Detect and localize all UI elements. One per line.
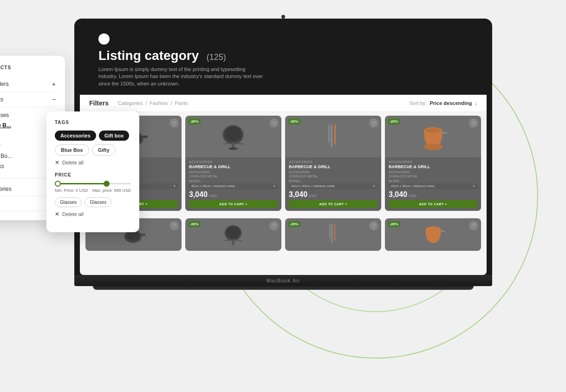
add-to-cart-4[interactable]: ADD TO CART »: [389, 200, 477, 208]
tags-panel: TAGS Accessories Gift box Blue Box Gifty…: [46, 111, 139, 232]
name-3: BARBECUE & GRILL: [289, 164, 377, 170]
name-4: BARBECUE & GRILL: [389, 164, 477, 170]
product-info-4: ACCESORIES BARBECUE & GRILL ACESSORIES S…: [385, 157, 481, 211]
price-4: 3,040 USD: [389, 190, 477, 199]
price-value-4: 3,040: [389, 190, 407, 199]
add-to-cart-3[interactable]: ADD TO CART »: [289, 200, 377, 208]
currency-2: USD: [209, 194, 217, 198]
tag-gifty[interactable]: Gifty: [92, 144, 116, 156]
model-value-2: 40cm x 60cm / stainless metal: [191, 184, 235, 188]
svg-rect-29: [334, 224, 335, 241]
svg-point-4: [225, 126, 241, 141]
glasses-chips-row: Glasses Glasses: [55, 197, 131, 207]
svg-rect-24: [232, 240, 234, 245]
breadcrumb-pants: Pants: [175, 100, 188, 106]
filters-bar: Filters Categories / Fashion / Pants: [80, 95, 487, 112]
product-count: (125): [207, 52, 226, 62]
breadcrumb-categories: Categories: [118, 100, 143, 106]
glasses-delete-icon: ✕: [55, 211, 59, 217]
laptop-screen: Listing category (125) Lorem Ipsum is si…: [80, 24, 487, 275]
product-card-2: -20% ♡: [185, 116, 281, 211]
price-thumb-left[interactable]: [55, 181, 61, 187]
price-slider-fill: [55, 183, 108, 184]
product-info-3: ACCESORIES BARBECUE & GRILL ACESSORIES S…: [285, 157, 381, 211]
glasses-delete-all[interactable]: ✕ Delete all: [55, 211, 131, 217]
category-3: ACCESORIES: [289, 160, 377, 163]
svg-rect-27: [331, 224, 332, 243]
pot-svg-2: [422, 222, 445, 247]
sort-icon[interactable]: ↓: [475, 100, 478, 106]
svg-point-18: [426, 128, 441, 133]
logo-icon: [98, 33, 110, 45]
tags-row-outlined: Blue Box Gifty: [55, 144, 131, 156]
filters-title: Filters: [89, 99, 109, 107]
product-card-4: -20% ♡: [385, 116, 481, 211]
laptop-foot: [93, 286, 474, 290]
model-value-4: 40cm x 60cm / stainless metal: [391, 184, 435, 188]
badge-3: -20%: [288, 118, 300, 124]
model-label-2: MODEL:: [189, 179, 278, 183]
badge-2: -20%: [188, 118, 201, 124]
screen-main: Filters Categories / Fashion / Pants: [80, 95, 487, 275]
sort-label: Sort by:: [410, 100, 427, 106]
model-select-2[interactable]: 40cm x 60cm / stainless metal ▾: [189, 183, 278, 189]
products-label: Products: [0, 96, 3, 103]
products-grid: -20% ♡ ACCESOR: [80, 112, 487, 215]
badge-6: -20%: [188, 221, 201, 227]
subtitle-3: ACESSORIES: [289, 170, 377, 174]
grill-svg-2: [223, 223, 244, 246]
sort-area: Sort by: Price descending ↓: [410, 100, 478, 106]
product-card-7: -20% ♡: [285, 218, 381, 251]
price-slider[interactable]: [55, 183, 131, 184]
svg-rect-17: [442, 132, 447, 134]
svg-rect-10: [328, 124, 330, 143]
laptop-base: MacBook Air: [74, 275, 492, 286]
sidebar-item-bestsellers[interactable]: Bestsellers +: [0, 77, 56, 92]
svg-rect-1: [142, 136, 148, 138]
sort-value[interactable]: Price descending: [429, 100, 472, 106]
price-value-2: 3,040: [189, 190, 208, 199]
currency-4: USD: [409, 194, 416, 198]
product-card-3: -20% ♡: [285, 116, 381, 211]
accessories-label: Accessories: [0, 186, 12, 192]
products-grid-row2: -20% ♡: [80, 215, 487, 255]
material-4: STAINLESS METAL: [389, 175, 477, 178]
price-thumb-right[interactable]: [104, 181, 110, 187]
sidebar-item-products[interactable]: Products −: [0, 92, 56, 107]
sidebar-section-title: PRODUCTS: [0, 65, 56, 70]
price-value-3: 3,040: [289, 190, 307, 199]
model-select-3[interactable]: 40cm x 60cm / stainless metal ▾: [289, 183, 377, 189]
badge-8: -20%: [388, 221, 400, 227]
scene: Listing category (125) Lorem Ipsum is si…: [0, 0, 566, 392]
add-to-cart-2[interactable]: ADD TO CART »: [189, 200, 278, 208]
category-4: ACCESORIES: [389, 160, 477, 163]
delete-all-label: Delete all: [62, 160, 84, 165]
svg-point-23: [226, 226, 240, 238]
glasses-chip-2[interactable]: Glasses: [85, 197, 111, 207]
name-2: BARBECUE & GRILL: [189, 164, 278, 170]
tag-accessories[interactable]: Accessories: [55, 131, 96, 141]
material-3: STAINLESS METAL: [289, 175, 377, 178]
breadcrumb: Categories / Fashion / Pants: [118, 100, 188, 106]
tag-giftbox[interactable]: Gift box: [99, 131, 130, 141]
svg-rect-20: [141, 234, 145, 235]
screen-content: Listing category (125) Lorem Ipsum is si…: [80, 24, 487, 275]
wishlist-6[interactable]: ♡: [269, 221, 279, 230]
model-select-4[interactable]: 40cm x 60cm / stainless metal ▾: [389, 183, 477, 189]
subtitle-4: ACESSORIES: [389, 170, 477, 174]
wishlist-7[interactable]: ♡: [369, 221, 378, 230]
tag-bluebox[interactable]: Blue Box: [55, 144, 89, 156]
wishlist-5[interactable]: ♡: [169, 221, 179, 230]
tags-delete-all[interactable]: ✕ Delete all: [55, 159, 131, 166]
wishlist-8[interactable]: ♡: [469, 221, 478, 230]
price-labels: Min. Price: 0 USD Max. price: 999 USD: [55, 188, 131, 193]
glasses-chip-1[interactable]: Glasses: [55, 197, 82, 207]
model-label-3: MODEL:: [289, 179, 377, 183]
price-max: Max. price: 999 USD: [92, 188, 131, 193]
model-label-4: MODEL:: [389, 179, 477, 183]
svg-rect-13: [331, 123, 332, 126]
bestsellers-expand-icon: +: [52, 80, 56, 88]
glasses-delete-label: Delete all: [62, 211, 84, 217]
svg-point-21: [126, 231, 140, 240]
model-value-3: 40cm x 60cm / stainless metal: [291, 184, 335, 188]
